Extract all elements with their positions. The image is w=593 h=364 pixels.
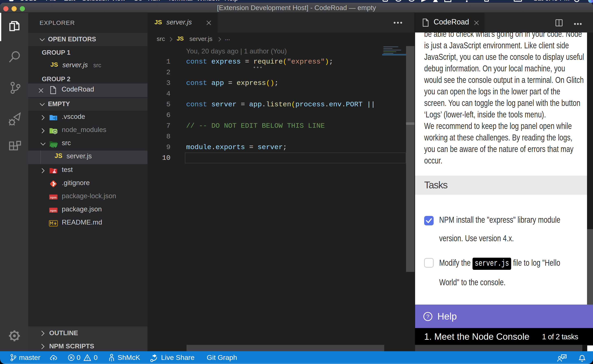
svg-text:</>: </> <box>51 146 56 149</box>
svg-text:?: ? <box>426 313 429 319</box>
svg-text:JS: JS <box>54 130 56 133</box>
svg-text:npm: npm <box>50 196 57 199</box>
svg-text:npm: npm <box>50 209 57 212</box>
